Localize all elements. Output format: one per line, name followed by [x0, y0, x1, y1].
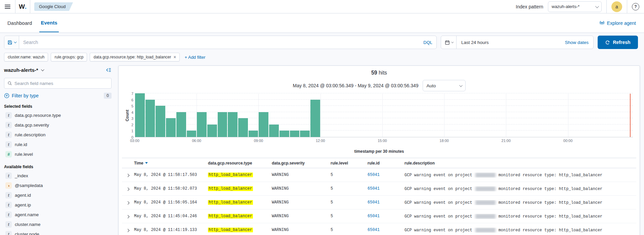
hamburger-menu-button[interactable]	[0, 0, 15, 13]
field-item-data.gcp.resource.type[interactable]: tdata.gcp.resource.type	[4, 110, 112, 120]
rule-id-link[interactable]: 65041	[368, 186, 380, 191]
description-prefix: GCP warning event on project	[404, 228, 472, 232]
rule-level-cell: 5	[328, 200, 365, 205]
rule-id-link[interactable]: 65041	[368, 173, 380, 177]
header-resource-type[interactable]: data.gcp.resource.type	[205, 161, 269, 166]
field-name: data.gcp.severity	[15, 123, 49, 128]
histogram-bar[interactable]	[166, 118, 176, 137]
chevron-down-icon	[41, 68, 44, 71]
expand-row-button[interactable]	[125, 226, 131, 234]
user-avatar[interactable]: a	[611, 1, 622, 12]
fields-sidebar: wazuh-alerts-* Filter by type	[4, 67, 112, 235]
field-item-agent.id[interactable]: tagent.id	[4, 190, 112, 200]
field-item-_index[interactable]: t_index	[4, 171, 112, 181]
filter-pill[interactable]: rule.groups: gcp	[51, 53, 87, 61]
h-gridline	[135, 93, 633, 93]
histogram-bar[interactable]	[218, 112, 227, 137]
histogram-bar[interactable]	[300, 131, 310, 137]
tab-events[interactable]: Events	[39, 14, 58, 32]
saved-queries-button[interactable]	[4, 36, 19, 49]
histogram-bar[interactable]	[197, 112, 207, 137]
calendar-icon	[445, 40, 450, 45]
topbar-right: Index pattern wazuh-alerts-* a ?	[516, 0, 644, 13]
remove-filter-icon[interactable]: ×	[173, 54, 176, 60]
interval-select[interactable]: Auto	[423, 80, 466, 91]
field-item-cluster.name[interactable]: tcluster.name	[4, 220, 112, 229]
v-gridline	[320, 94, 321, 137]
expand-row-button[interactable]	[125, 185, 131, 193]
header-severity[interactable]: data.gcp.severity	[269, 161, 328, 166]
rule-id-link[interactable]: 65041	[368, 228, 380, 232]
results-table-body: May 8, 2024 @ 11:58:17.503http_load_bala…	[122, 168, 636, 235]
header-rule-id[interactable]: rule.id	[365, 161, 402, 166]
histogram-bar[interactable]	[207, 125, 217, 137]
add-filter-button[interactable]: + Add filter	[184, 55, 205, 60]
explore-agent-link[interactable]: Explore agent	[599, 20, 636, 26]
current-time-marker	[630, 94, 631, 137]
filter-pill[interactable]: data.gcp.resource.type: http_load_balanc…	[90, 53, 180, 61]
rule-id-link[interactable]: 65041	[368, 214, 380, 219]
breadcrumb[interactable]: Google Cloud	[34, 2, 73, 11]
app-logo[interactable]: W.	[15, 0, 30, 13]
histogram-bar[interactable]	[259, 112, 268, 137]
field-type-string-icon: t	[5, 173, 12, 179]
h-gridline	[135, 118, 633, 118]
field-item-data.gcp.severity[interactable]: tdata.gcp.severity	[4, 120, 112, 130]
x-tick-label: 15:00	[378, 139, 387, 143]
histogram-bar[interactable]	[269, 125, 279, 137]
expand-row-button[interactable]	[125, 199, 131, 206]
resource-type-cell: http_load_balancer	[205, 228, 269, 232]
header-rule-level[interactable]: rule.level	[328, 161, 365, 166]
resource-type-cell: http_load_balancer	[205, 214, 269, 219]
collapse-fields-button[interactable]	[106, 67, 112, 73]
calendar-button[interactable]	[441, 36, 457, 49]
query-language-button[interactable]: DQL	[419, 36, 436, 49]
expand-row-button[interactable]	[125, 171, 131, 179]
redacted-project-name	[475, 173, 496, 178]
field-item-cluster.node[interactable]: tcluster.node	[4, 229, 112, 235]
filter-pill[interactable]: cluster.name: wazuh	[4, 53, 48, 61]
histogram-bar[interactable]	[310, 100, 320, 137]
histogram-bar[interactable]	[290, 131, 300, 137]
field-item-@sampledata[interactable]: ◑@sampledata	[4, 181, 112, 190]
tab-dashboard[interactable]: Dashboard	[6, 14, 33, 32]
filter-by-type-button[interactable]: Filter by type 0	[4, 93, 112, 99]
histogram-bar[interactable]	[228, 112, 238, 137]
help-button[interactable]: ?	[632, 3, 639, 10]
show-dates-button[interactable]: Show dates	[565, 40, 593, 45]
hits-summary: 59 hits	[122, 70, 636, 76]
histogram-bar[interactable]	[145, 100, 155, 137]
histogram-bar[interactable]	[238, 118, 248, 137]
histogram-bar[interactable]	[156, 106, 165, 137]
rule-id-link[interactable]: 65041	[368, 200, 380, 205]
field-item-rule.description[interactable]: trule.description	[4, 130, 112, 140]
selected-fields-list: tdata.gcp.resource.typetdata.gcp.severit…	[4, 110, 112, 159]
field-item-rule.id[interactable]: trule.id	[4, 140, 112, 149]
expand-row-button[interactable]	[125, 213, 131, 220]
histogram-bar[interactable]	[249, 131, 258, 137]
sidebar-index-pattern-button[interactable]: wazuh-alerts-*	[4, 67, 43, 73]
chevron-down-icon	[595, 4, 599, 8]
h-gridline	[135, 99, 633, 100]
histogram-bar[interactable]	[176, 112, 186, 137]
field-item-agent.name[interactable]: tagent.name	[4, 210, 112, 220]
field-item-agent.ip[interactable]: tagent.ip	[4, 200, 112, 210]
header-time[interactable]: Time	[131, 161, 205, 166]
explore-agent-label: Explore agent	[607, 20, 636, 26]
search-input[interactable]	[19, 36, 419, 49]
histogram-bar[interactable]	[280, 131, 289, 137]
refresh-button[interactable]: Refresh	[598, 36, 638, 49]
header-rule-description[interactable]: rule.description	[402, 161, 636, 166]
search-icon	[7, 81, 12, 86]
field-name: agent.name	[15, 212, 39, 217]
time-range-text[interactable]: Last 24 hours	[457, 40, 489, 45]
index-pattern-select[interactable]: wazuh-alerts-*	[548, 1, 602, 12]
severity-cell: WARNING	[269, 200, 328, 205]
histogram-bar[interactable]	[135, 93, 145, 137]
histogram-bar[interactable]	[187, 131, 197, 137]
resource-type-cell: http_load_balancer	[205, 186, 269, 191]
help-icon: ?	[634, 4, 637, 9]
field-search-input[interactable]	[14, 81, 108, 86]
field-item-rule.level[interactable]: #rule.level	[4, 149, 112, 159]
description-suffix: monitored resource type: http_load_balan…	[499, 173, 603, 177]
